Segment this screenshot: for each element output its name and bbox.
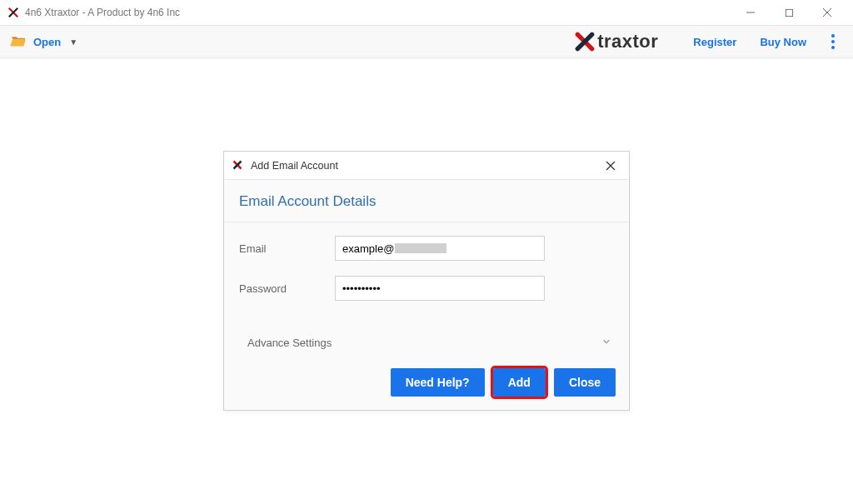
add-email-account-dialog: Add Email Account Email Account Details … [223,151,630,411]
caret-down-icon: ▼ [69,37,77,47]
need-help-button[interactable]: Need Help? [391,368,485,397]
advance-settings-label: Advance Settings [247,337,332,349]
redacted-text [395,243,446,253]
app-x-icon [7,6,20,19]
email-row: Email [239,236,614,261]
section-title: Email Account Details [224,180,629,222]
buy-now-link[interactable]: Buy Now [760,36,806,48]
window-close-button[interactable] [808,0,846,25]
more-menu-button[interactable] [823,34,843,49]
maximize-button[interactable] [770,0,808,25]
dialog-title: Add Email Account [251,160,338,172]
email-label: Email [239,242,335,255]
dialog-x-icon [232,160,244,172]
open-menu-button[interactable]: Open ▼ [10,34,77,50]
brand-logo: traxtor [574,31,658,52]
add-button[interactable]: Add [493,368,546,397]
password-row: Password [239,276,614,301]
main-toolbar: Open ▼ traxtor Register Buy Now [0,25,853,58]
chevron-down-icon [601,336,612,350]
password-label: Password [239,282,335,295]
folder-open-icon [10,34,27,50]
minimize-button[interactable] [731,0,770,25]
dialog-titlebar: Add Email Account [224,152,629,180]
dialog-body: Email Account Details Email Password Adv… [224,180,629,410]
window-title: 4n6 Xtraxtor - A Product by 4n6 Inc [25,7,180,18]
register-link[interactable]: Register [693,36,736,48]
open-label: Open [33,36,61,48]
brand-x-icon [574,31,596,52]
svg-rect-3 [786,9,792,16]
window-controls [731,0,846,25]
dialog-footer: Need Help? Add Close [224,365,629,410]
brand-text: traxtor [597,31,658,52]
close-button[interactable]: Close [554,368,616,397]
window-titlebar: 4n6 Xtraxtor - A Product by 4n6 Inc [0,0,853,25]
dialog-close-button[interactable] [601,156,621,176]
advance-settings-toggle[interactable]: Advance Settings [224,322,629,365]
password-input[interactable] [335,276,545,301]
